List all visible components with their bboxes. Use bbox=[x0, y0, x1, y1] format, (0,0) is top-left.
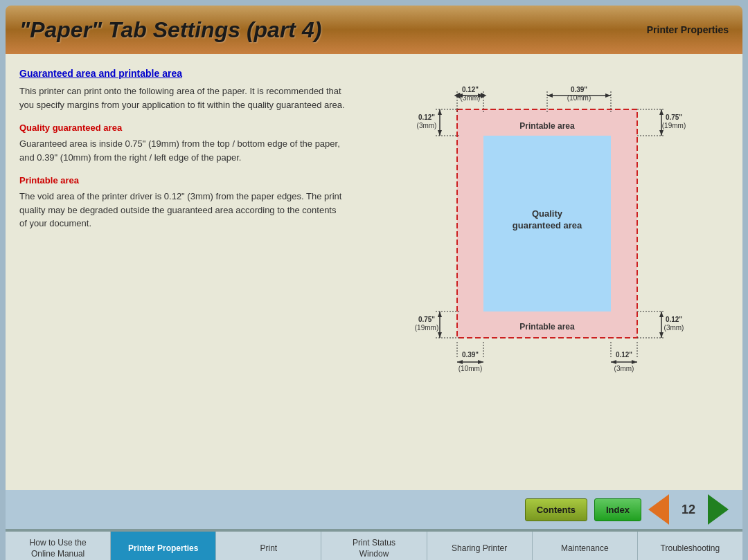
svg-text:0.39": 0.39" bbox=[571, 86, 587, 93]
index-button[interactable]: Index bbox=[594, 498, 641, 521]
page-number: 12 bbox=[676, 503, 701, 517]
svg-text:(19mm): (19mm) bbox=[415, 324, 438, 332]
svg-marker-32 bbox=[659, 109, 664, 115]
svg-text:0.12": 0.12" bbox=[462, 86, 479, 93]
controls-bar: Contents Index 12 bbox=[6, 490, 742, 529]
svg-text:(3mm): (3mm) bbox=[664, 324, 684, 332]
svg-text:Printable area: Printable area bbox=[519, 322, 575, 332]
main-content: Guaranteed area and printable area This … bbox=[6, 54, 742, 490]
nav-tab-1[interactable]: Printer Properties bbox=[111, 532, 216, 560]
next-button[interactable] bbox=[708, 494, 729, 525]
svg-marker-17 bbox=[478, 93, 483, 98]
svg-text:0.75": 0.75" bbox=[418, 316, 435, 323]
nav-tab-6[interactable]: Troubleshooting bbox=[638, 532, 742, 560]
bottom-nav: How to Use theOnline ManualPrinter Prope… bbox=[6, 530, 742, 560]
svg-text:(10mm): (10mm) bbox=[458, 365, 482, 372]
svg-marker-53 bbox=[457, 360, 463, 364]
svg-marker-26 bbox=[438, 130, 442, 136]
svg-text:0.12": 0.12" bbox=[418, 114, 435, 121]
svg-marker-47 bbox=[659, 332, 664, 338]
svg-text:Quality: Quality bbox=[532, 208, 563, 219]
page-subtitle: Printer Properties bbox=[647, 24, 729, 35]
subsection-title-2: Printable area bbox=[19, 175, 345, 186]
svg-marker-61 bbox=[632, 360, 637, 364]
diagram-panel: Printable area Printable area Quality gu… bbox=[366, 68, 729, 476]
svg-marker-33 bbox=[659, 130, 664, 136]
svg-text:(3mm): (3mm) bbox=[614, 365, 634, 372]
svg-marker-60 bbox=[611, 360, 616, 364]
subsection-text-2: The void area of the printer driver is 0… bbox=[19, 190, 345, 231]
svg-text:(3mm): (3mm) bbox=[417, 122, 437, 129]
svg-text:0.75": 0.75" bbox=[666, 114, 682, 121]
subsection-title-1: Quality guaranteed area bbox=[19, 123, 345, 133]
svg-marker-46 bbox=[659, 311, 664, 317]
svg-marker-39 bbox=[438, 311, 442, 317]
svg-marker-40 bbox=[438, 332, 442, 338]
svg-marker-54 bbox=[478, 360, 483, 364]
nav-tab-0[interactable]: How to Use theOnline Manual bbox=[6, 532, 111, 560]
subsection-text-1: Guaranteed area is inside 0.75" (19mm) f… bbox=[19, 137, 345, 164]
text-panel: Guaranteed area and printable area This … bbox=[19, 68, 352, 476]
svg-text:guaranteed area: guaranteed area bbox=[513, 220, 582, 231]
svg-text:(3mm): (3mm) bbox=[461, 94, 481, 102]
svg-text:(10mm): (10mm) bbox=[567, 94, 591, 102]
main-section-title: Guaranteed area and printable area bbox=[19, 68, 345, 79]
nav-tab-3[interactable]: Print StatusWindow bbox=[321, 532, 427, 560]
area-diagram: Printable area Printable area Quality gu… bbox=[402, 75, 693, 386]
svg-marker-25 bbox=[438, 109, 442, 115]
page-title: "Paper" Tab Settings (part 4) bbox=[19, 17, 321, 43]
prev-button[interactable] bbox=[648, 494, 669, 525]
intro-text: This printer can print onto the followin… bbox=[19, 84, 345, 111]
contents-button[interactable]: Contents bbox=[525, 498, 587, 521]
svg-text:Printable area: Printable area bbox=[519, 121, 575, 131]
nav-tab-2[interactable]: Print bbox=[216, 532, 321, 560]
page-header: "Paper" Tab Settings (part 4) Printer Pr… bbox=[6, 6, 742, 54]
svg-text:0.12": 0.12" bbox=[666, 316, 682, 323]
nav-tab-5[interactable]: Maintenance bbox=[533, 532, 638, 560]
svg-marker-19 bbox=[605, 93, 611, 98]
svg-text:0.12": 0.12" bbox=[616, 351, 632, 359]
svg-text:0.39": 0.39" bbox=[462, 351, 479, 359]
nav-tab-4[interactable]: Sharing Printer bbox=[427, 532, 533, 560]
svg-marker-18 bbox=[547, 93, 553, 98]
svg-text:(19mm): (19mm) bbox=[662, 122, 686, 129]
